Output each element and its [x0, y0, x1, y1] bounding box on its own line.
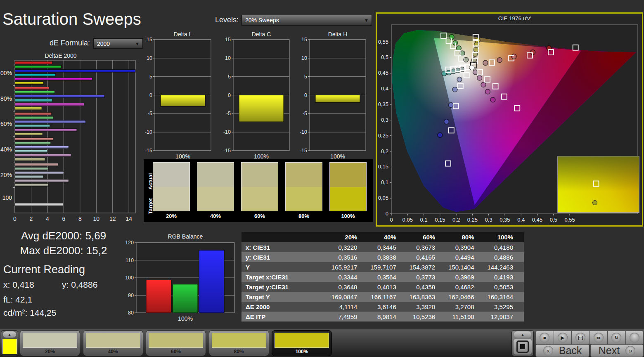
table-cell: 0,5053	[485, 282, 524, 292]
table-row: Y165,9217159,7107154,3872150,1404144,246…	[242, 262, 524, 272]
svg-text:0,45: 0,45	[532, 217, 542, 223]
svg-text:-15: -15	[145, 148, 152, 154]
svg-text:-15: -15	[300, 148, 307, 154]
chevron-right-icon: »	[625, 346, 635, 356]
svg-text:10: 10	[225, 55, 231, 61]
cie-inset-zoom	[558, 156, 639, 213]
target-swatch	[286, 187, 322, 211]
svg-text:-5: -5	[148, 111, 152, 116]
transport-loop-button[interactable]: ↻	[608, 331, 626, 345]
collapse-patch-panel-button[interactable]: ▲	[3, 331, 16, 338]
svg-text:0,1: 0,1	[381, 179, 388, 185]
svg-text:100%: 100%	[254, 153, 269, 160]
svg-text:0,25: 0,25	[378, 132, 388, 139]
svg-text:RGB Balance: RGB Balance	[168, 233, 203, 240]
bar-80%-magenta	[15, 103, 84, 106]
svg-text:0: 0	[13, 215, 17, 222]
transport-record-button[interactable]	[626, 331, 644, 345]
svg-text:80: 80	[128, 310, 134, 316]
transport-marker-button[interactable]: [··]	[572, 331, 590, 345]
bar-80%-red	[15, 87, 49, 90]
svg-text:100: 100	[2, 194, 12, 201]
svg-text:100%: 100%	[330, 153, 345, 160]
levels-dropdown[interactable]: 20% Sweeps ▼	[242, 15, 372, 26]
svg-text:0,4: 0,4	[517, 217, 525, 223]
avg-de2000: Avg dE2000: 5,69	[2, 229, 125, 242]
svg-text:10: 10	[301, 55, 307, 61]
table-cell: 3,3920	[407, 302, 446, 312]
svg-text:0,5: 0,5	[550, 217, 557, 223]
svg-text:5: 5	[304, 74, 307, 80]
table-row: ΔE ITP7,49598,981410,523611,519012,9037	[242, 312, 524, 322]
patch-color	[149, 333, 203, 348]
cie-measurement-point	[485, 89, 490, 94]
swatch-label: 60%	[241, 213, 278, 219]
patch-button-100%[interactable]: 100%	[272, 330, 332, 356]
svg-text:0,4: 0,4	[381, 85, 388, 92]
bar-80%-cyan	[15, 99, 52, 102]
infinity-icon: ∞	[594, 333, 604, 343]
patch-button-80%[interactable]: 80%	[209, 330, 269, 356]
cie-measurement-point	[460, 51, 465, 56]
bar-40%-magenta	[15, 154, 71, 156]
row-label: ΔE ITP	[242, 312, 329, 322]
svg-text:12: 12	[109, 215, 116, 222]
table-cell: 0,3445	[368, 242, 407, 252]
table-cell: 0,3773	[407, 272, 446, 282]
rgb-bar-green	[173, 284, 198, 313]
svg-text:-5: -5	[303, 111, 307, 116]
svg-text:100%: 100%	[178, 315, 193, 322]
table-cell: 0,4180	[485, 242, 524, 252]
column-header-60%: 60%	[407, 232, 446, 242]
row-label: x: CIE31	[242, 242, 329, 252]
table-cell: 0,3673	[407, 242, 446, 252]
transport-stop-button[interactable]: ■	[535, 331, 554, 345]
svg-text:4: 4	[46, 215, 49, 222]
patch-button-40%[interactable]: 40%	[83, 330, 143, 356]
svg-text:8: 8	[78, 215, 82, 222]
patch-button-20%[interactable]: 20%	[20, 330, 80, 356]
svg-text:0,2: 0,2	[381, 148, 388, 154]
column-header-100%: 100%	[485, 232, 524, 242]
table-cell: 0,4013	[368, 282, 407, 292]
column-header-20%: 20%	[329, 232, 368, 242]
table-cell: 3,6146	[368, 302, 407, 312]
svg-text:60%: 60%	[0, 121, 12, 127]
back-button[interactable]: « Back	[535, 344, 590, 357]
rgb-balance-chart: RGB Balance1201101009080100%	[123, 232, 237, 323]
transport-side-panel: ▲	[511, 330, 534, 356]
bar-100%-red	[15, 61, 52, 64]
table-cell: 0,4682	[446, 282, 485, 292]
row-label: Target y:CIE31	[242, 282, 329, 292]
bar-60%-magenta	[15, 129, 77, 131]
row-label: Target Y	[242, 292, 329, 302]
record-icon	[630, 333, 639, 343]
patch-button-60%[interactable]: 60%	[146, 330, 206, 356]
table-cell: 12,9037	[485, 312, 524, 322]
actual-swatch	[286, 163, 322, 187]
bar-40%-green	[15, 142, 51, 144]
bar-100%-magenta	[15, 78, 92, 80]
svg-text:0,15: 0,15	[378, 163, 388, 170]
swatch-60%: 60%	[241, 162, 278, 219]
de-formula-value: 2000	[97, 40, 110, 47]
patch-label: 100%	[272, 349, 331, 355]
bar-100%-cyan	[15, 73, 56, 76]
table-cell: 166,1167	[368, 292, 407, 302]
transport-infinity-button[interactable]: ∞	[590, 331, 608, 345]
svg-text:0,1: 0,1	[420, 217, 428, 223]
svg-text:0,05: 0,05	[402, 217, 413, 223]
collapse-transport-button[interactable]: ▲	[514, 331, 531, 338]
next-button[interactable]: Next »	[590, 344, 644, 357]
de-formula-dropdown[interactable]: 2000 ▼	[93, 38, 143, 49]
cie-measurement-point	[477, 76, 482, 80]
delta-c-chart: Delta C151050-5-10-15100%	[222, 30, 292, 161]
stop-measurement-button[interactable]	[514, 339, 532, 355]
patch-color	[86, 333, 140, 348]
delta-l-chart: Delta L151050-5-10-15100%	[144, 30, 214, 161]
back-button-label: Back	[559, 345, 582, 357]
svg-text:0,05: 0,05	[378, 195, 388, 201]
svg-text:100%: 100%	[175, 153, 190, 160]
table-cell: 154,3872	[407, 262, 446, 272]
transport-play-button[interactable]: ▶	[554, 331, 572, 345]
